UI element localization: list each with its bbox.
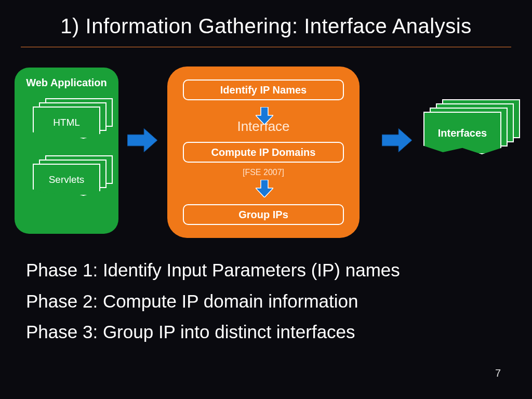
center-panel: Interface [FSE 2007] Identify IP Names C…: [167, 66, 360, 238]
step-label: Group IPs: [238, 209, 288, 221]
arrow-right-1: [127, 127, 158, 153]
arrow-down-2: [256, 180, 273, 197]
webapp-panel: Web Application HTML Servlets: [15, 68, 118, 234]
webapp-title: Web Application: [15, 77, 118, 89]
doc-front-servlets: Servlets: [33, 164, 100, 196]
doc-label: HTML: [53, 117, 80, 128]
doc-stack-servlets: Servlets: [33, 164, 111, 200]
slide-title: 1) Information Gathering: Interface Anal…: [0, 15, 532, 38]
step-label: Compute IP Domains: [211, 147, 316, 158]
arrow-right-2: [382, 127, 413, 153]
svg-marker-3: [382, 128, 412, 152]
arrow-down-1: [256, 107, 273, 125]
step-label: Identify IP Names: [220, 84, 307, 96]
phases-list: Phase 1: Identify Input Parameters (IP) …: [26, 255, 400, 348]
doc-front-interfaces: Interfaces: [423, 112, 501, 154]
svg-marker-1: [256, 107, 273, 125]
doc-front-html: HTML: [33, 107, 100, 139]
step-compute: Compute IP Domains: [183, 142, 344, 163]
phase-2: Phase 2: Compute IP domain information: [26, 286, 400, 317]
step-identify: Identify IP Names: [183, 79, 344, 100]
svg-marker-2: [256, 180, 273, 197]
doc-stack-html: HTML: [33, 107, 111, 143]
doc-label: Interfaces: [438, 127, 487, 139]
phase-3: Phase 3: Group IP into distinct interfac…: [26, 316, 400, 348]
doc-label: Servlets: [49, 174, 85, 185]
bg-citation: [FSE 2007]: [167, 168, 360, 177]
phase-1: Phase 1: Identify Input Parameters (IP) …: [26, 255, 400, 286]
page-number: 7: [495, 367, 501, 379]
doc-stack-interfaces: Interfaces: [423, 112, 520, 166]
title-underline: [21, 47, 511, 47]
step-group: Group IPs: [183, 204, 344, 225]
svg-marker-0: [127, 128, 157, 152]
slide: 1) Information Gathering: Interface Anal…: [0, 0, 532, 399]
